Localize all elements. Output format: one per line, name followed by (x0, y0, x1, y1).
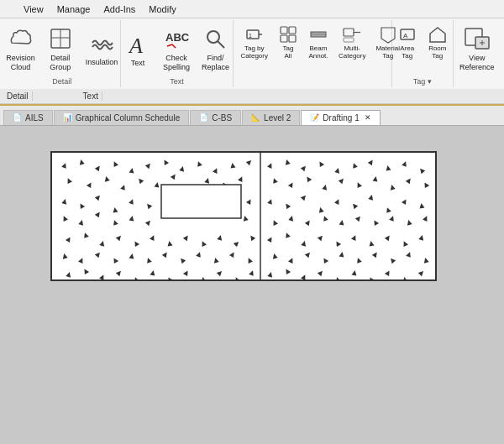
insulation-label: Insulation (86, 58, 118, 67)
view-reference-button[interactable]: ViewReference (454, 22, 500, 76)
tab-ails-icon: 📄 (13, 113, 22, 122)
revision-cloud-icon (7, 25, 34, 52)
svg-marker-39 (87, 180, 93, 187)
svg-marker-100 (284, 159, 290, 165)
svg-rect-11 (289, 27, 296, 34)
tag-all-label: TagAll (283, 45, 294, 60)
tag2-row: A AreaTag RoomTag (393, 22, 452, 63)
tab-drafting-close[interactable]: ✕ (365, 113, 371, 122)
menu-view[interactable]: View (17, 3, 50, 16)
insulation-marks-left (61, 158, 255, 279)
area-tag-icon: A (397, 24, 417, 44)
svg-marker-105 (368, 158, 375, 165)
tab-graphical-column[interactable]: 📊 Graphical Column Schedule (54, 110, 190, 125)
svg-marker-102 (318, 159, 324, 166)
tag2-group-label: Tag ▾ (413, 76, 432, 86)
svg-marker-136 (389, 215, 396, 222)
find-replace-icon (202, 25, 228, 52)
svg-marker-109 (271, 177, 278, 184)
svg-marker-64 (82, 232, 89, 238)
svg-marker-32 (162, 158, 169, 165)
svg-marker-83 (196, 251, 202, 258)
svg-marker-128 (419, 202, 425, 208)
ribbon-group-tag: 1 Tag byCategory TagAll (234, 20, 393, 87)
tab-ails[interactable]: 📄 AILS (3, 110, 53, 125)
find-replace-button[interactable]: Find/Replace (197, 22, 234, 76)
tag-all-button[interactable]: TagAll (274, 22, 302, 63)
svg-marker-98 (249, 269, 255, 276)
beam-annotations-button[interactable]: BeamAnnot. (304, 22, 333, 63)
text-group-label-bottom: Text (170, 76, 184, 86)
view-reference-icon (464, 25, 491, 52)
svg-marker-157 (406, 251, 412, 258)
svg-marker-143 (334, 239, 341, 246)
svg-marker-78 (112, 256, 118, 263)
text-label: Text (131, 59, 145, 67)
svg-marker-144 (351, 234, 358, 241)
svg-marker-61 (145, 218, 152, 225)
ribbon-group-view-ref: ViewReference (454, 20, 501, 87)
svg-marker-26 (61, 162, 68, 169)
svg-marker-85 (229, 250, 236, 257)
text-icon: A (124, 30, 151, 57)
svg-marker-137 (406, 219, 412, 225)
revision-cloud-label: RevisionCloud (6, 54, 35, 72)
svg-marker-82 (179, 256, 186, 263)
svg-marker-158 (423, 257, 428, 263)
detail-group-icon (47, 25, 74, 52)
text-button[interactable]: A Text (119, 27, 156, 71)
svg-marker-30 (129, 167, 135, 173)
svg-marker-161 (301, 274, 307, 279)
room-tag-button[interactable]: RoomTag (423, 22, 452, 63)
svg-marker-50 (78, 201, 85, 208)
svg-marker-86 (246, 257, 253, 264)
svg-marker-111 (305, 175, 312, 181)
svg-marker-33 (179, 165, 185, 171)
svg-marker-42 (137, 176, 144, 183)
insulation-icon (88, 29, 115, 56)
svg-marker-121 (301, 193, 307, 200)
svg-marker-146 (385, 233, 391, 240)
svg-marker-134 (355, 214, 362, 221)
text-section-label: Text (83, 91, 102, 101)
drawing-container (50, 151, 437, 281)
svg-rect-18 (344, 38, 354, 42)
tab-drafting-1[interactable]: 📝 Drafting 1 ✕ (301, 110, 380, 125)
find-replace-label: Find/Replace (202, 54, 229, 72)
detail-group-button[interactable]: DetailGroup (42, 22, 79, 76)
svg-marker-153 (339, 251, 345, 257)
menu-addins[interactable]: Add-Ins (97, 3, 142, 16)
tag-by-category-button[interactable]: 1 Tag byCategory (237, 22, 272, 63)
svg-marker-147 (402, 240, 408, 247)
check-spelling-button[interactable]: ABC CheckSpelling (158, 22, 195, 76)
svg-text:ABC: ABC (165, 31, 189, 44)
multi-category-button[interactable]: Multi-Category (334, 22, 370, 63)
svg-marker-44 (171, 172, 177, 179)
revision-cloud-button[interactable]: RevisionCloud (1, 22, 40, 76)
svg-marker-148 (418, 234, 424, 240)
area-tag-label: AreaTag (400, 45, 414, 60)
svg-marker-75 (61, 253, 67, 259)
area-tag-button[interactable]: A AreaTag (393, 22, 422, 63)
svg-marker-150 (288, 257, 295, 264)
menu-file[interactable] (3, 8, 17, 11)
menu-modify[interactable]: Modify (142, 3, 182, 16)
tab-cbs-label: C-BS (212, 113, 232, 123)
svg-marker-68 (150, 234, 156, 241)
ribbon-group-tag2: A AreaTag RoomTag Tag ▾ (392, 20, 453, 87)
ribbon-content: RevisionCloud DetailGroup (0, 18, 504, 89)
svg-marker-48 (238, 175, 244, 182)
svg-marker-41 (120, 184, 127, 191)
svg-marker-159 (267, 271, 273, 277)
svg-marker-53 (129, 198, 135, 205)
svg-marker-38 (66, 177, 72, 184)
svg-marker-70 (183, 233, 190, 240)
ribbon: RevisionCloud DetailGroup (0, 18, 504, 106)
menu-manage[interactable]: Manage (50, 3, 97, 16)
svg-marker-67 (133, 239, 139, 246)
room-tag-label: RoomTag (428, 45, 446, 60)
tab-level-2[interactable]: 📐 Level 2 (242, 110, 300, 125)
svg-marker-56 (61, 215, 68, 222)
insulation-button[interactable]: Insulation (81, 26, 123, 71)
tab-c-bs[interactable]: 📄 C-BS (190, 110, 241, 125)
